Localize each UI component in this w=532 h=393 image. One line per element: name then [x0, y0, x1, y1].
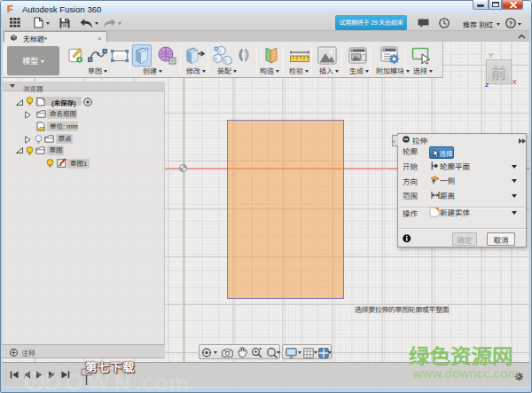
- svg-text:?: ?: [509, 20, 513, 28]
